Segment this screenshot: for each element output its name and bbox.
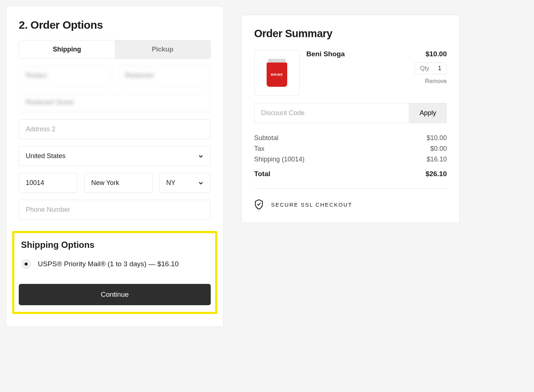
continue-button[interactable]: Continue bbox=[19, 284, 211, 305]
total-value: $26.10 bbox=[426, 170, 447, 178]
tax-value: $0.00 bbox=[430, 145, 447, 153]
quantity-label: Qty bbox=[420, 65, 429, 72]
secure-checkout-label: SECURE SSL CHECKOUT bbox=[271, 202, 352, 208]
country-select[interactable] bbox=[19, 146, 211, 166]
subtotal-label: Subtotal bbox=[254, 134, 278, 142]
state-value[interactable] bbox=[159, 173, 211, 193]
zip-input[interactable] bbox=[19, 173, 78, 193]
jar-icon: BRINE bbox=[267, 59, 287, 87]
shipping-label: Shipping (10014) bbox=[254, 156, 305, 163]
address2-input[interactable] bbox=[19, 119, 211, 139]
shipping-value: $16.10 bbox=[427, 156, 447, 163]
discount-code-input[interactable] bbox=[254, 103, 409, 123]
order-options-title: 2. Order Options bbox=[19, 19, 211, 31]
delivery-tabs: Shipping Pickup bbox=[19, 40, 211, 59]
first-name-input[interactable] bbox=[19, 65, 111, 86]
product-price: $10.00 bbox=[426, 50, 447, 58]
shipping-option-label: USPS® Priority Mail® (1 to 3 days) — $16… bbox=[38, 260, 179, 268]
address1-input[interactable] bbox=[19, 92, 211, 113]
tab-pickup[interactable]: Pickup bbox=[115, 40, 210, 58]
subtotal-row: Subtotal $10.00 bbox=[254, 134, 447, 142]
city-input[interactable] bbox=[84, 173, 153, 193]
order-summary-title: Order Summary bbox=[254, 28, 447, 40]
subtotal-value: $10.00 bbox=[427, 134, 447, 142]
total-row: Total $26.10 bbox=[254, 170, 447, 178]
divider bbox=[254, 188, 447, 189]
state-select[interactable] bbox=[159, 173, 211, 193]
remove-link[interactable]: Remove bbox=[306, 78, 447, 85]
quantity-value: 1 bbox=[438, 65, 441, 72]
shield-check-icon bbox=[254, 199, 264, 210]
shipping-row: Shipping (10014) $16.10 bbox=[254, 156, 447, 163]
secure-checkout-row: SECURE SSL CHECKOUT bbox=[254, 199, 447, 210]
tab-shipping[interactable]: Shipping bbox=[19, 40, 115, 58]
total-label: Total bbox=[254, 170, 270, 178]
order-summary-panel: Order Summary BRINE Beni Shoga $10.00 bbox=[241, 15, 460, 223]
apply-button[interactable]: Apply bbox=[409, 103, 447, 123]
product-row: BRINE Beni Shoga $10.00 Qty 1 Remove bbox=[254, 50, 447, 96]
shipping-options-highlight: Shipping Options USPS® Priority Mail® (1… bbox=[12, 231, 217, 314]
product-image: BRINE bbox=[254, 50, 300, 96]
radio-dot-icon bbox=[25, 263, 28, 266]
product-name: Beni Shoga bbox=[306, 50, 345, 58]
order-options-panel: 2. Order Options Shipping Pickup bbox=[6, 6, 224, 327]
country-value[interactable] bbox=[19, 146, 211, 166]
shipping-option-radio[interactable] bbox=[21, 259, 31, 269]
tax-label: Tax bbox=[254, 145, 264, 153]
last-name-input[interactable] bbox=[118, 65, 211, 86]
tax-row: Tax $0.00 bbox=[254, 145, 447, 153]
quantity-stepper[interactable]: Qty 1 bbox=[414, 63, 447, 74]
phone-input[interactable] bbox=[19, 200, 211, 220]
shipping-option-row[interactable]: USPS® Priority Mail® (1 to 3 days) — $16… bbox=[19, 259, 211, 269]
shipping-options-title: Shipping Options bbox=[19, 240, 211, 250]
